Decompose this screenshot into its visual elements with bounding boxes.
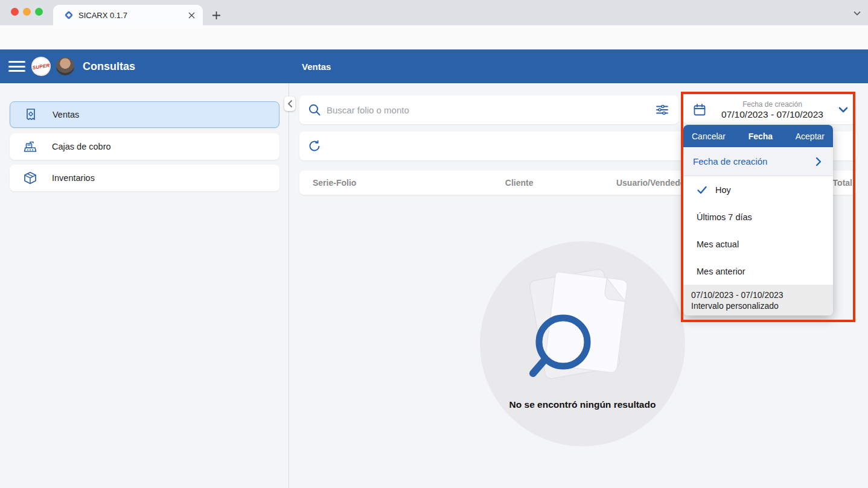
browser-tab[interactable]: SICARX 0.1.7	[53, 5, 203, 25]
page-title: Consultas	[83, 60, 135, 73]
sidebar: Ventas Cajas de cobro Inventarios	[0, 83, 289, 488]
dropdown-title: Fecha	[748, 132, 773, 141]
sidebar-item-label: Cajas de cobro	[52, 142, 111, 151]
custom-range-value: 07/10/2023 - 07/10/2023	[691, 290, 833, 300]
browser-toolbar: app.sicarx.com/queries/sales	[0, 25, 868, 49]
option-label: Mes actual	[697, 239, 739, 249]
option-mes-anterior[interactable]: Mes anterior	[683, 258, 833, 285]
section-title: Ventas	[302, 62, 331, 72]
date-filter-value: 07/10/2023 - 07/10/2023	[707, 109, 838, 120]
receipt-icon	[24, 107, 38, 122]
package-box-icon	[23, 171, 37, 185]
custom-range-label: Intervalo personalizado	[691, 300, 833, 311]
option-ultimos-7-dias[interactable]: Últimos 7 días	[683, 203, 833, 230]
search-bar	[299, 95, 678, 124]
column-header-cliente[interactable]: Cliente	[453, 178, 586, 188]
menu-hamburger-icon[interactable]	[8, 60, 25, 73]
sidebar-item-label: Inventarios	[52, 173, 95, 183]
dropdown-header: Cancelar Fecha Aceptar	[683, 125, 833, 147]
tab-search-chevron-down-icon[interactable]	[851, 7, 863, 19]
date-filter-texts: Fecha de creación 07/10/2023 - 07/10/202…	[707, 100, 838, 120]
screen: SICARX 0.1.7 app.sicarx.com/	[0, 0, 868, 488]
search-input[interactable]	[327, 105, 656, 115]
submenu-fecha-de-creacion[interactable]: Fecha de creación	[683, 147, 833, 176]
option-label: Hoy	[715, 185, 731, 195]
tab-close-icon[interactable]	[186, 10, 197, 21]
sidebar-item-cajas-de-cobro[interactable]: Cajas de cobro	[10, 133, 279, 160]
sicarx-favicon-diamond-icon	[64, 10, 74, 20]
chevron-right-icon	[814, 157, 823, 166]
empty-state-illustration	[510, 262, 655, 401]
window-zoom-button[interactable]	[35, 8, 43, 16]
chevron-down-icon[interactable]	[838, 104, 849, 115]
empty-state-message: No se encontró ningún resultado	[480, 399, 685, 410]
refresh-icon[interactable]	[307, 139, 322, 153]
option-label: Mes anterior	[697, 267, 745, 276]
option-mes-actual[interactable]: Mes actual	[683, 230, 833, 258]
cash-register-icon	[23, 139, 37, 154]
filter-sliders-icon[interactable]	[656, 103, 669, 116]
option-hoy[interactable]: Hoy	[683, 176, 833, 203]
column-header-serie-folio[interactable]: Serie-Folio	[299, 178, 453, 188]
search-icon	[308, 103, 321, 116]
app-header: SUPER Consultas Ventas	[0, 49, 868, 83]
sidebar-item-inventarios[interactable]: Inventarios	[10, 165, 279, 191]
date-filter-label: Fecha de creación	[707, 100, 838, 109]
check-icon	[697, 185, 707, 195]
accept-button[interactable]: Aceptar	[796, 132, 825, 141]
window-close-button[interactable]	[11, 8, 19, 16]
cancel-button[interactable]: Cancelar	[692, 132, 726, 141]
date-filter-control[interactable]: Fecha de creación 07/10/2023 - 07/10/202…	[683, 95, 856, 124]
window-minimize-button[interactable]	[23, 8, 31, 16]
tab-title: SICARX 0.1.7	[78, 11, 186, 20]
sidebar-collapse-chevron-left-icon[interactable]	[284, 97, 295, 111]
user-avatar[interactable]	[56, 57, 74, 75]
new-tab-button[interactable]	[209, 8, 223, 22]
calendar-icon	[692, 103, 707, 117]
sidebar-item-ventas[interactable]: Ventas	[10, 101, 279, 128]
browser-tab-strip: SICARX 0.1.7	[0, 0, 868, 25]
option-label: Últimos 7 días	[697, 212, 752, 222]
company-logo[interactable]: SUPER	[30, 55, 52, 77]
sidebar-item-label: Ventas	[53, 110, 79, 119]
date-filter-dropdown: Cancelar Fecha Aceptar Fecha de creación…	[683, 125, 833, 315]
submenu-label: Fecha de creación	[693, 156, 767, 166]
option-intervalo-personalizado[interactable]: 07/10/2023 - 07/10/2023 Intervalo person…	[683, 285, 833, 315]
